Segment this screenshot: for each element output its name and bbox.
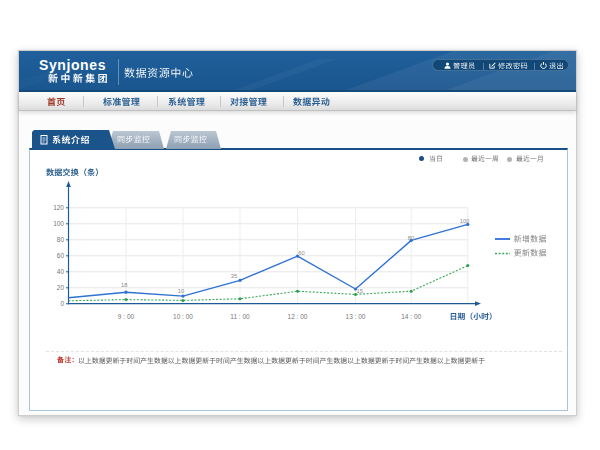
svg-text:13 : 00: 13 : 00 bbox=[345, 313, 365, 320]
svg-text:80: 80 bbox=[56, 236, 64, 243]
svg-text:60: 60 bbox=[298, 250, 304, 256]
svg-text:20: 20 bbox=[56, 284, 64, 291]
svg-text:12 : 00: 12 : 00 bbox=[287, 313, 307, 320]
svg-text:11 : 00: 11 : 00 bbox=[230, 313, 250, 320]
svg-text:100: 100 bbox=[459, 218, 469, 224]
svg-text:60: 60 bbox=[56, 252, 64, 259]
svg-text:18: 18 bbox=[121, 282, 127, 288]
svg-text:40: 40 bbox=[56, 268, 64, 275]
svg-text:80: 80 bbox=[407, 235, 413, 241]
svg-text:35: 35 bbox=[230, 273, 236, 279]
svg-text:120: 120 bbox=[53, 204, 64, 211]
svg-text:14 : 00: 14 : 00 bbox=[401, 313, 421, 320]
svg-text:15: 15 bbox=[356, 288, 362, 294]
svg-text:10 : 00: 10 : 00 bbox=[173, 313, 193, 320]
svg-text:9 : 00: 9 : 00 bbox=[117, 313, 134, 320]
svg-text:100: 100 bbox=[53, 220, 64, 227]
svg-text:0: 0 bbox=[60, 300, 64, 307]
svg-text:10: 10 bbox=[177, 288, 183, 294]
